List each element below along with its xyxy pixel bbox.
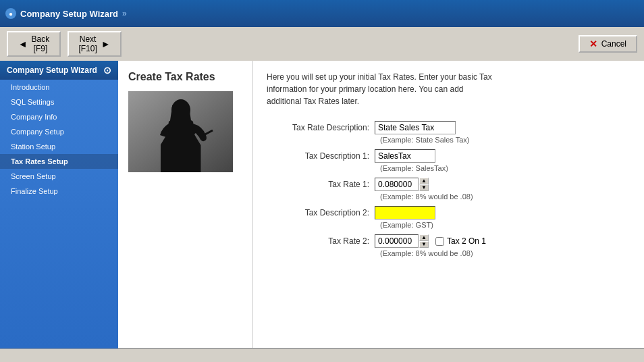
right-panel: Here you will set up your initial Tax Ra… bbox=[253, 61, 644, 348]
sidebar-item-company-setup[interactable]: Company Setup bbox=[0, 124, 118, 139]
main-window: ● Company Setup Wizard » ◄ Back[F9] Next… bbox=[0, 0, 644, 362]
next-button[interactable]: Next[F10] ► bbox=[68, 31, 122, 57]
back-label: Back[F9] bbox=[32, 34, 50, 53]
tax-2-on-1-row: Tax 2 On 1 bbox=[435, 236, 486, 246]
tax-2-on-1-label: Tax 2 On 1 bbox=[447, 236, 486, 246]
tax-rate-2-up-button[interactable]: ▲ bbox=[419, 234, 429, 241]
tax-rate-2-spinner-buttons: ▲ ▼ bbox=[419, 234, 429, 248]
tax-description-1-row: Tax Description 1: bbox=[267, 149, 630, 163]
sidebar-header-label: Company Setup Wizard bbox=[7, 66, 97, 75]
hero-image bbox=[128, 91, 233, 172]
sidebar-item-sql-settings[interactable]: SQL Settings bbox=[0, 95, 118, 109]
sidebar-label-finalize-setup: Finalize Setup bbox=[11, 187, 58, 195]
sidebar-label-station-setup: Station Setup bbox=[11, 143, 55, 151]
tax-rate-description-row: Tax Rate Description: bbox=[267, 121, 630, 134]
sidebar-item-tax-rates-setup[interactable]: Tax Rates Setup bbox=[0, 154, 118, 169]
next-shortcut: [F10] bbox=[78, 44, 97, 53]
window-title: Company Setup Wizard bbox=[20, 9, 118, 19]
sidebar-label-sql-settings: SQL Settings bbox=[11, 98, 54, 106]
intro-text: Here you will set up your initial Tax Ra… bbox=[267, 71, 496, 107]
tax-rate-1-down-button[interactable]: ▼ bbox=[419, 184, 429, 191]
tax-rate-description-input[interactable] bbox=[375, 121, 456, 134]
tax-rate-2-down-button[interactable]: ▼ bbox=[419, 241, 429, 248]
sidebar-header: Company Setup Wizard ⊙ bbox=[0, 61, 118, 80]
back-arrow-icon: ◄ bbox=[18, 38, 28, 49]
sidebar-item-station-setup[interactable]: Station Setup bbox=[0, 139, 118, 154]
title-bar: ● Company Setup Wizard » bbox=[0, 0, 644, 27]
next-label: Next[F10] bbox=[78, 34, 97, 53]
sidebar-item-introduction[interactable]: Introduction bbox=[0, 80, 118, 95]
tax-rate-2-row: Tax Rate 2: ▲ ▼ Tax 2 On 1 bbox=[267, 234, 630, 248]
back-shortcut: [F9] bbox=[34, 44, 48, 53]
tax-rate-1-spinner-buttons: ▲ ▼ bbox=[419, 178, 429, 191]
tax-rate-2-input[interactable] bbox=[375, 234, 419, 248]
app-icon: ● bbox=[5, 8, 16, 19]
tax-rate-1-input[interactable] bbox=[375, 178, 419, 191]
cancel-button[interactable]: ✕ Cancel bbox=[579, 35, 637, 53]
sidebar: Company Setup Wizard ⊙ Introduction SQL … bbox=[0, 61, 118, 348]
sidebar-header-icon: ⊙ bbox=[103, 65, 111, 76]
sidebar-label-introduction: Introduction bbox=[11, 83, 49, 91]
tax-description-2-input[interactable] bbox=[375, 206, 435, 219]
sidebar-item-screen-setup[interactable]: Screen Setup bbox=[0, 169, 118, 184]
tax-description-1-input[interactable] bbox=[375, 149, 435, 163]
tax-description-1-label: Tax Description 1: bbox=[267, 151, 375, 161]
top-navigation: ◄ Back[F9] Next[F10] ► ✕ Cancel bbox=[0, 27, 644, 61]
next-arrow-icon: ► bbox=[101, 38, 111, 49]
sidebar-label-screen-setup: Screen Setup bbox=[11, 172, 56, 180]
svg-point-2 bbox=[171, 99, 190, 121]
page-title: Create Tax Rates bbox=[128, 71, 242, 83]
sidebar-item-company-info[interactable]: Company Info bbox=[0, 109, 118, 124]
sidebar-label-tax-rates-setup: Tax Rates Setup bbox=[11, 157, 68, 165]
tax-rate-2-spinner: ▲ ▼ bbox=[375, 234, 429, 248]
cancel-label: Cancel bbox=[601, 39, 626, 49]
tax-description-1-example: (Example: SalesTax) bbox=[380, 164, 630, 172]
tax-rate-2-example: (Example: 8% would be .08) bbox=[380, 249, 630, 257]
tax-rate-1-up-button[interactable]: ▲ bbox=[419, 178, 429, 184]
main-content: Company Setup Wizard ⊙ Introduction SQL … bbox=[0, 61, 644, 348]
title-bar-left: ● Company Setup Wizard » bbox=[5, 8, 127, 19]
tax-rate-description-label: Tax Rate Description: bbox=[267, 123, 375, 132]
tax-rate-description-example: (Example: State Sales Tax) bbox=[380, 136, 630, 144]
sidebar-label-company-info: Company Info bbox=[11, 113, 57, 121]
tax-rate-1-example: (Example: 8% would be .08) bbox=[380, 192, 630, 201]
content-inner: Create Tax Rates bbox=[118, 61, 644, 348]
tax-2-on-1-checkbox[interactable] bbox=[435, 237, 444, 246]
tax-rate-2-label: Tax Rate 2: bbox=[267, 236, 375, 246]
bottom-bar bbox=[0, 348, 644, 362]
title-collapse-arrow[interactable]: » bbox=[122, 9, 127, 18]
tax-rate-1-row: Tax Rate 1: ▲ ▼ bbox=[267, 178, 630, 191]
content-area: Create Tax Rates bbox=[118, 61, 644, 348]
sidebar-label-company-setup: Company Setup bbox=[11, 128, 64, 136]
left-panel: Create Tax Rates bbox=[118, 61, 253, 348]
tax-description-2-row: Tax Description 2: bbox=[267, 206, 630, 219]
tax-rate-1-spinner: ▲ ▼ bbox=[375, 178, 429, 191]
tax-description-2-label: Tax Description 2: bbox=[267, 208, 375, 217]
back-button[interactable]: ◄ Back[F9] bbox=[7, 31, 61, 57]
cancel-x-icon: ✕ bbox=[589, 38, 597, 49]
tax-rate-1-label: Tax Rate 1: bbox=[267, 180, 375, 189]
sidebar-item-finalize-setup[interactable]: Finalize Setup bbox=[0, 184, 118, 199]
tax-description-2-example: (Example: GST) bbox=[380, 221, 630, 229]
